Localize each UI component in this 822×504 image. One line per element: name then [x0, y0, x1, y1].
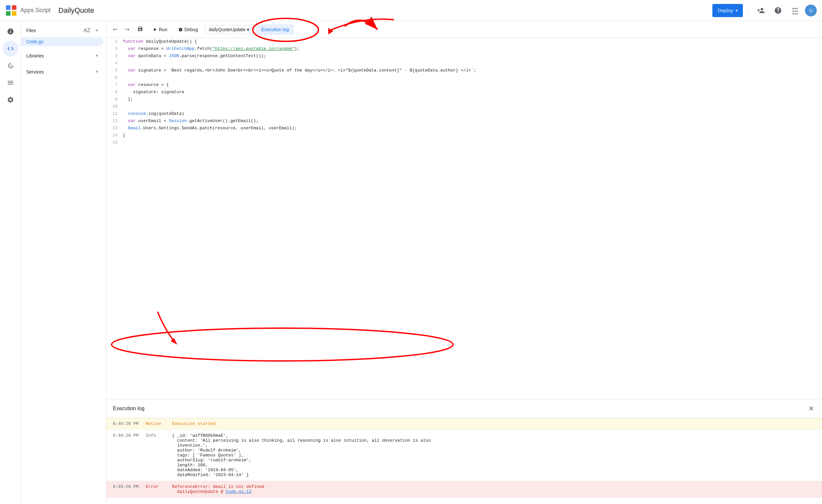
editor-toolbar: ↩ ↪ Run Debug dailyQuoteUpdate	[106, 21, 822, 38]
log-message: { _id: 'wzfYBGOk6maE', content: 'All per…	[172, 433, 815, 477]
files-actions: AZ ＋	[82, 26, 101, 34]
side-history-button[interactable]	[3, 58, 18, 73]
apps-grid-button[interactable]	[788, 3, 802, 18]
exec-log-label: Execution log	[261, 27, 289, 32]
add-service-button[interactable]: ＋	[93, 68, 101, 76]
code-line: 10	[106, 103, 822, 110]
main-layout: Files AZ ＋ Code.gs Libraries ＋ Services …	[0, 21, 822, 504]
line-content	[123, 60, 822, 67]
save-button[interactable]	[134, 24, 146, 35]
project-name-label: DailyQuote	[58, 6, 94, 15]
add-file-button[interactable]: ＋	[93, 26, 101, 34]
undo-button[interactable]: ↩	[110, 24, 120, 34]
app-name-label: Apps Script	[20, 7, 51, 14]
line-number: 10	[106, 103, 123, 110]
code-line: 3 var quoteData = JSON.parse(response.ge…	[106, 52, 822, 60]
execution-log-button[interactable]: Execution log	[256, 24, 294, 35]
line-content: }	[123, 132, 822, 139]
log-time: 6:46:28 PM	[113, 421, 146, 426]
run-icon	[152, 27, 157, 32]
line-content: var response = UrlFetchApp.fetch("https:…	[123, 45, 822, 52]
exec-log-title: Execution log	[113, 406, 144, 412]
add-user-button[interactable]	[754, 3, 768, 18]
svg-rect-0	[6, 5, 10, 10]
line-content: console.log(quoteData)	[123, 110, 822, 117]
line-number: 13	[106, 125, 123, 132]
log-level: Notice	[146, 421, 172, 426]
line-number: 12	[106, 117, 123, 125]
files-section-header: Files AZ ＋	[21, 24, 106, 37]
code-line: 7 var resource = {	[106, 81, 822, 89]
side-triggers-button[interactable]	[3, 75, 18, 91]
log-time: 6:46:28 PM	[113, 433, 146, 438]
line-content: var resource = {	[123, 81, 822, 89]
redo-button[interactable]: ↪	[122, 24, 132, 34]
error-link[interactable]: Code.gs:13	[226, 489, 252, 494]
side-info-button[interactable]	[3, 24, 18, 39]
code-line: 9 };	[106, 96, 822, 103]
code-line: 2 var response = UrlFetchApp.fetch("http…	[106, 45, 822, 52]
side-settings-button[interactable]	[3, 92, 18, 108]
code-line: 15	[106, 139, 822, 146]
side-editor-button[interactable]	[3, 41, 18, 56]
line-content: var signature = `Best regards,<br>John D…	[123, 67, 822, 74]
log-message: ReferenceError: Gmail is not defined dai…	[172, 484, 815, 494]
file-item-code-gs[interactable]: Code.gs	[21, 37, 103, 46]
function-dropdown-icon: ▾	[247, 27, 249, 32]
history-icon	[7, 62, 14, 69]
line-number: 7	[106, 81, 123, 89]
services-label: Services	[26, 69, 44, 74]
svg-rect-3	[12, 11, 16, 16]
line-content: var quoteData = JSON.parse(response.getC…	[123, 52, 822, 60]
line-content	[123, 74, 822, 81]
settings-icon	[7, 96, 14, 103]
user-avatar[interactable]: U	[805, 5, 817, 16]
sort-files-button[interactable]: AZ	[82, 27, 92, 34]
debug-label: Debug	[184, 27, 198, 32]
log-entries: 6:46:28 PMNoticeExecution started6:46:28…	[106, 418, 822, 504]
line-number: 5	[106, 67, 123, 74]
log-entry: 6:46:28 PMErrorReferenceError: Gmail is …	[106, 481, 822, 498]
apps-script-logo-icon	[5, 5, 17, 16]
code-line: 14}	[106, 132, 822, 139]
add-person-icon	[757, 7, 765, 14]
libraries-label: Libraries	[26, 53, 44, 58]
line-number: 4	[106, 60, 123, 67]
line-content: signature: signature	[123, 89, 822, 96]
deploy-button[interactable]: Deploy ▾	[712, 4, 743, 17]
code-line: 5 var signature = `Best regards,<br>John…	[106, 67, 822, 74]
toolbar-divider	[748, 5, 749, 16]
help-button[interactable]	[771, 3, 785, 18]
app-logo: Apps Script	[5, 5, 51, 16]
code-line: 12 var userEmail = Session.getActiveUser…	[106, 117, 822, 125]
run-button[interactable]: Run	[148, 25, 171, 34]
code-editor[interactable]: 1function dailyQuoteUpdate() {2 var resp…	[106, 38, 822, 399]
file-panel: Files AZ ＋ Code.gs Libraries ＋ Services …	[21, 21, 106, 504]
function-name: dailyQuoteUpdate	[209, 27, 246, 32]
function-selector[interactable]: dailyQuoteUpdate ▾	[204, 25, 254, 34]
help-icon	[774, 7, 782, 14]
grid-icon	[791, 7, 799, 14]
line-number: 3	[106, 52, 123, 60]
code-line: 6	[106, 74, 822, 81]
debug-button[interactable]: Debug	[174, 25, 202, 34]
log-level: Info	[146, 433, 172, 438]
info-icon	[7, 28, 14, 35]
line-number: 9	[106, 96, 123, 103]
exec-log-close-button[interactable]: ✕	[807, 403, 815, 414]
code-line: 8 signature: signature	[106, 89, 822, 96]
code-line: 13 Gmail.Users.Settings.SendAs.patch(res…	[106, 125, 822, 132]
topbar-right: Deploy ▾ U	[712, 3, 817, 18]
svg-rect-1	[12, 5, 16, 10]
services-header: Services ＋	[21, 65, 106, 78]
line-number: 11	[106, 110, 123, 117]
triggers-icon	[7, 79, 14, 86]
editor-container: ↩ ↪ Run Debug dailyQuoteUpdate	[106, 21, 822, 504]
log-entry: 6:46:28 PMNoticeExecution started	[106, 418, 822, 430]
code-icon	[7, 45, 14, 52]
add-library-button[interactable]: ＋	[93, 51, 101, 60]
log-level: Error	[146, 484, 172, 489]
code-line: 4	[106, 60, 822, 67]
line-content	[123, 103, 822, 110]
side-icon-bar	[0, 21, 21, 504]
